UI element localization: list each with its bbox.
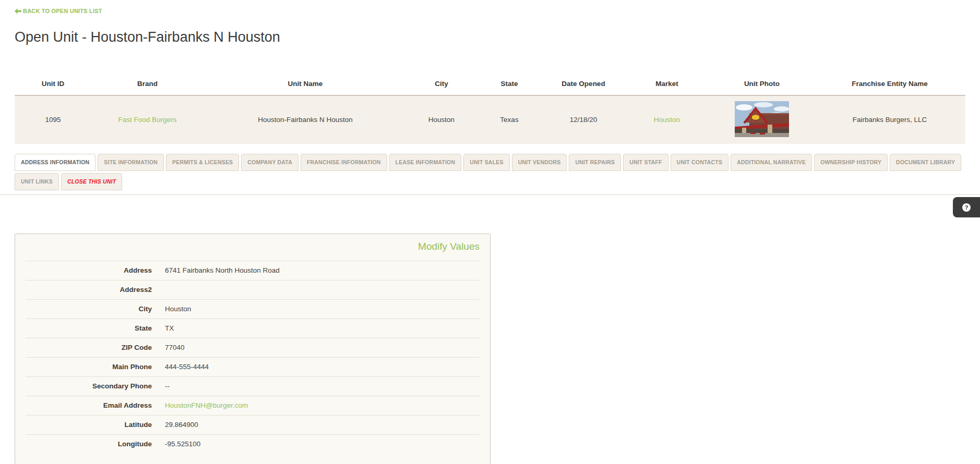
tab-unit-links[interactable]: UNIT LINKS — [15, 173, 59, 190]
field-label: Address2 — [26, 286, 152, 294]
field-label: Address — [26, 266, 152, 274]
back-to-open-units-link[interactable]: BACK TO OPEN UNITS LIST — [15, 0, 102, 14]
tab-site-information[interactable]: SITE INFORMATION — [98, 154, 164, 171]
col-header-date-opened: Date Opened — [543, 70, 624, 95]
tab-unit-sales[interactable]: UNIT SALES — [463, 154, 509, 171]
field-row-secondary-phone: Secondary Phone -- — [26, 376, 480, 396]
field-value: -95.525100 — [152, 440, 200, 448]
tab-unit-contacts[interactable]: UNIT CONTACTS — [671, 154, 729, 171]
tab-company-data[interactable]: COMPANY DATA — [241, 154, 298, 171]
col-header-city: City — [407, 70, 476, 95]
field-row-longitude: Longitude -95.525100 — [26, 434, 480, 454]
field-label: ZIP Code — [26, 344, 152, 351]
field-label: Secondary Phone — [26, 382, 152, 390]
tab-franchise-information[interactable]: FRANCHISE INFORMATION — [301, 154, 387, 171]
tab-lease-information[interactable]: LEASE INFORMATION — [389, 154, 462, 171]
field-label: Main Phone — [26, 363, 152, 371]
email-link[interactable]: HoustonFNH@burger.com — [152, 401, 248, 409]
tab-permits-licenses[interactable]: PERMITS & LICENSES — [166, 154, 239, 171]
col-header-state: State — [476, 70, 543, 95]
cell-date-opened: 12/18/20 — [543, 95, 624, 144]
unit-summary-table: Unit ID Brand Unit Name City State Date … — [15, 70, 965, 144]
col-header-unit-id: Unit ID — [15, 70, 91, 95]
cell-unit-name: Houston-Fairbanks N Houston — [204, 95, 407, 144]
field-label: Email Address — [26, 401, 152, 409]
tab-address-information[interactable]: ADDRESS INFORMATION — [15, 154, 95, 171]
unit-table-header-row: Unit ID Brand Unit Name City State Date … — [15, 70, 965, 95]
left-arrow-icon — [15, 8, 21, 14]
field-value: Houston — [152, 305, 191, 313]
unit-photo[interactable] — [735, 101, 789, 137]
field-label: City — [26, 305, 152, 313]
field-label: Longitude — [26, 440, 152, 448]
address-information-panel: Modify Values Address 6741 Fairbanks Nor… — [15, 234, 491, 464]
field-row-address2: Address2 — [26, 280, 480, 299]
field-label: State — [26, 324, 152, 332]
page-title: Open Unit - Houston-Fairbanks N Houston — [15, 29, 965, 45]
unit-table-row: 1095 Fast Food Burgers Houston-Fairbanks… — [15, 95, 965, 144]
field-label: Latitude — [26, 421, 152, 429]
cell-unit-id: 1095 — [15, 95, 91, 144]
cell-state: Texas — [476, 95, 543, 144]
modify-values-link[interactable]: Modify Values — [418, 241, 480, 252]
divider — [0, 194, 980, 195]
col-header-franchise-entity-name: Franchise Entity Name — [814, 70, 965, 95]
tab-additional-narrative[interactable]: ADDITIONAL NARRATIVE — [731, 154, 812, 171]
tab-document-library[interactable]: DOCUMENT LIBRARY — [890, 154, 961, 171]
field-row-city: City Houston — [26, 299, 480, 319]
unit-tabs: ADDRESS INFORMATION SITE INFORMATION PER… — [15, 154, 965, 190]
field-value: -- — [152, 382, 170, 390]
market-link[interactable]: Houston — [654, 116, 680, 124]
open-unit-page: BACK TO OPEN UNITS LIST Open Unit - Hous… — [0, 0, 980, 464]
question-mark-icon: ? — [962, 203, 971, 212]
tab-ownership-history[interactable]: OWNERSHIP HISTORY — [814, 154, 888, 171]
col-header-brand: Brand — [91, 70, 204, 95]
col-header-unit-photo: Unit Photo — [710, 70, 814, 95]
field-row-email-address: Email Address HoustonFNH@burger.com — [26, 396, 480, 415]
brand-link[interactable]: Fast Food Burgers — [118, 116, 177, 124]
tab-unit-repairs[interactable]: UNIT REPAIRS — [569, 154, 621, 171]
col-header-unit-name: Unit Name — [204, 70, 407, 95]
help-button[interactable]: ? — [953, 197, 980, 217]
cell-city: Houston — [407, 95, 476, 144]
tab-unit-staff[interactable]: UNIT STAFF — [623, 154, 668, 171]
field-value: 444-555-4444 — [152, 363, 209, 371]
cell-franchise-entity-name: Fairbanks Burgers, LLC — [814, 95, 965, 144]
field-row-latitude: Latitude 29.864900 — [26, 415, 480, 434]
field-row-main-phone: Main Phone 444-555-4444 — [26, 357, 480, 376]
field-value: 29.864900 — [152, 421, 198, 429]
field-row-state: State TX — [26, 319, 480, 338]
field-value: 6741 Fairbanks North Houston Road — [152, 266, 280, 274]
tab-close-this-unit[interactable]: CLOSE THIS UNIT — [61, 173, 122, 190]
col-header-market: Market — [624, 70, 710, 95]
field-value: TX — [152, 324, 174, 332]
field-row-zip-code: ZIP Code 77040 — [26, 338, 480, 357]
field-row-address: Address 6741 Fairbanks North Houston Roa… — [26, 261, 480, 280]
back-link-label: BACK TO OPEN UNITS LIST — [23, 8, 102, 14]
tab-unit-vendors[interactable]: UNIT VENDORS — [512, 154, 567, 171]
field-value: 77040 — [152, 344, 185, 351]
